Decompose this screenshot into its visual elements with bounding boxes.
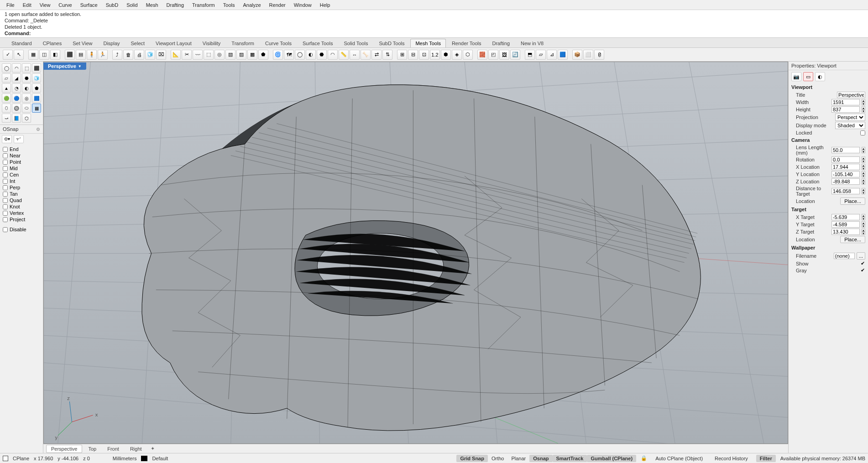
toolbar-icon-17[interactable]: ⬚	[204, 50, 214, 60]
toolbar-icon-5[interactable]: ⬛	[65, 50, 75, 60]
place-camera-button[interactable]: Place...	[840, 198, 865, 205]
toolbar-icon-7[interactable]: 🧍	[87, 50, 97, 60]
menu-analyze[interactable]: Analyze	[239, 1, 264, 9]
toolbar-icon-24[interactable]: 🗺	[284, 50, 294, 60]
toolbar-icon-39[interactable]: ◈	[452, 50, 462, 60]
palette-icon-11[interactable]: ⬟	[32, 83, 41, 93]
menu-mesh[interactable]: Mesh	[142, 1, 162, 9]
toolbar-icon-47[interactable]: ⊿	[547, 50, 557, 60]
menu-solid[interactable]: Solid	[123, 1, 141, 9]
menu-tools[interactable]: Tools	[220, 1, 239, 9]
menu-file[interactable]: File	[3, 1, 18, 9]
tooltab-transform[interactable]: Transform	[226, 39, 259, 47]
toolbar-icon-10[interactable]: 🗑	[123, 50, 133, 60]
toolbar-icon-20[interactable]: ▨	[236, 50, 246, 60]
palette-icon-20[interactable]: ⤻	[2, 114, 11, 123]
tooltab-select[interactable]: Select	[126, 39, 150, 47]
osnap-quad[interactable]: Quad	[3, 197, 40, 203]
palette-icon-6[interactable]: ⬣	[22, 73, 31, 83]
toolbar-icon-12[interactable]: 🧊	[145, 50, 155, 60]
menu-subd[interactable]: SubD	[102, 1, 122, 9]
ytarget-input[interactable]	[831, 221, 860, 228]
tooltab-new-in-v8[interactable]: New in V8	[516, 39, 549, 47]
menu-transform[interactable]: Transform	[188, 1, 219, 9]
status-planar[interactable]: Planar	[507, 455, 529, 462]
osnap-disable[interactable]: Disable	[3, 226, 40, 233]
palette-icon-7[interactable]: 🧊	[32, 73, 41, 83]
command-prompt[interactable]: Command:	[5, 30, 863, 36]
viewport-props-icon[interactable]: ▭	[803, 72, 813, 81]
toolbar-icon-40[interactable]: ⬡	[463, 50, 473, 60]
osnap-point[interactable]: Point	[3, 159, 40, 165]
tooltab-viewport-layout[interactable]: Viewport Layout	[151, 39, 197, 47]
toolbar-icon-31[interactable]: 🦴	[361, 50, 371, 60]
lens-input[interactable]	[831, 147, 860, 153]
toolbar-icon-18[interactable]: ◎	[214, 50, 225, 60]
osnap-toggle-icon[interactable]: ⊖▾	[2, 135, 12, 143]
place-target-button[interactable]: Place...	[840, 236, 865, 243]
palette-icon-10[interactable]: ◐	[22, 83, 31, 93]
toolbar-icon-21[interactable]: ▩	[247, 50, 257, 60]
osnap-filter-icon[interactable]: ▿⎖	[14, 135, 24, 143]
menu-render[interactable]: Render	[266, 1, 289, 9]
toolbar-icon-30[interactable]: ↔	[350, 50, 360, 60]
menu-edit[interactable]: Edit	[19, 1, 35, 9]
toolbar-icon-43[interactable]: 🖼	[499, 50, 509, 60]
tooltab-curve-tools[interactable]: Curve Tools	[260, 39, 297, 47]
osnap-vertex[interactable]: Vertex	[3, 210, 40, 216]
toolbar-icon-8[interactable]: 🏃	[98, 50, 108, 60]
toolbar-icon-49[interactable]: 📦	[572, 50, 582, 60]
toolbar-icon-35[interactable]: ⊟	[408, 50, 418, 60]
toolbar-icon-3[interactable]: ◫	[39, 50, 49, 60]
toolbar-icon-51[interactable]: 🛢	[594, 50, 604, 60]
toolbar-icon-19[interactable]: ▧	[225, 50, 235, 60]
layer-swatch-icon[interactable]	[141, 456, 147, 461]
status-smarttrack[interactable]: SmartTrack	[553, 455, 587, 462]
palette-icon-4[interactable]: ▱	[2, 73, 11, 83]
tooltab-render-tools[interactable]: Render Tools	[447, 39, 486, 47]
menu-drafting[interactable]: Drafting	[163, 1, 188, 9]
toolbar-icon-1[interactable]: ↖	[14, 50, 24, 60]
menu-curve[interactable]: Curve	[55, 1, 75, 9]
vp-width-input[interactable]	[831, 99, 860, 105]
vp-tab-perspective[interactable]: Perspective	[46, 445, 82, 453]
material-icon[interactable]: ◐	[815, 72, 825, 81]
toolbar-icon-25[interactable]: ◯	[295, 50, 305, 60]
palette-icon-3[interactable]: ⬛	[32, 63, 41, 73]
palette-icon-19[interactable]: ▦	[32, 104, 41, 113]
tooltab-set-view[interactable]: Set View	[68, 39, 97, 47]
rotation-input[interactable]	[831, 156, 860, 163]
toolbar-icon-32[interactable]: ⇄	[371, 50, 382, 60]
palette-icon-0[interactable]: ◯	[2, 63, 11, 73]
tooltab-standard[interactable]: Standard	[6, 39, 37, 47]
palette-icon-5[interactable]: ◢	[12, 73, 21, 83]
osnap-end[interactable]: End	[3, 146, 40, 152]
tooltab-solid-tools[interactable]: Solid Tools	[339, 39, 373, 47]
toolbar-icon-15[interactable]: ✂	[182, 50, 192, 60]
xloc-input[interactable]	[831, 164, 860, 170]
displaymode-select[interactable]: Shaded	[835, 122, 865, 129]
ztarget-input[interactable]	[831, 229, 860, 235]
palette-icon-16[interactable]: ⬯	[2, 104, 11, 113]
toolbar-icon-46[interactable]: ▱	[536, 50, 546, 60]
vp-height-input[interactable]	[831, 106, 860, 113]
palette-icon-14[interactable]: ◎	[22, 94, 31, 103]
palette-icon-1[interactable]: ◠	[12, 63, 21, 73]
palette-icon-9[interactable]: ◔	[12, 83, 21, 93]
palette-icon-8[interactable]: ▲	[2, 83, 11, 93]
toolbar-icon-9[interactable]: ⤴	[112, 50, 122, 60]
xtarget-input[interactable]	[831, 214, 860, 220]
status-ortho[interactable]: Ortho	[488, 455, 508, 462]
status-osnap[interactable]: Osnap	[529, 455, 552, 462]
status-grid-snap[interactable]: Grid Snap	[456, 455, 488, 462]
toolbar-icon-6[interactable]: ▤	[76, 50, 86, 60]
menu-window[interactable]: Window	[290, 1, 315, 9]
palette-icon-21[interactable]: 📘	[12, 114, 21, 123]
vp-tab-right[interactable]: Right	[125, 445, 147, 453]
gear-icon[interactable]: ⚙	[36, 127, 40, 132]
locked-checkbox[interactable]	[860, 130, 865, 135]
toolbar-icon-36[interactable]: ⊡	[419, 50, 429, 60]
osnap-cen[interactable]: Cen	[3, 172, 40, 178]
palette-icon-15[interactable]: 🟦	[32, 94, 41, 103]
osnap-mid[interactable]: Mid	[3, 165, 40, 172]
